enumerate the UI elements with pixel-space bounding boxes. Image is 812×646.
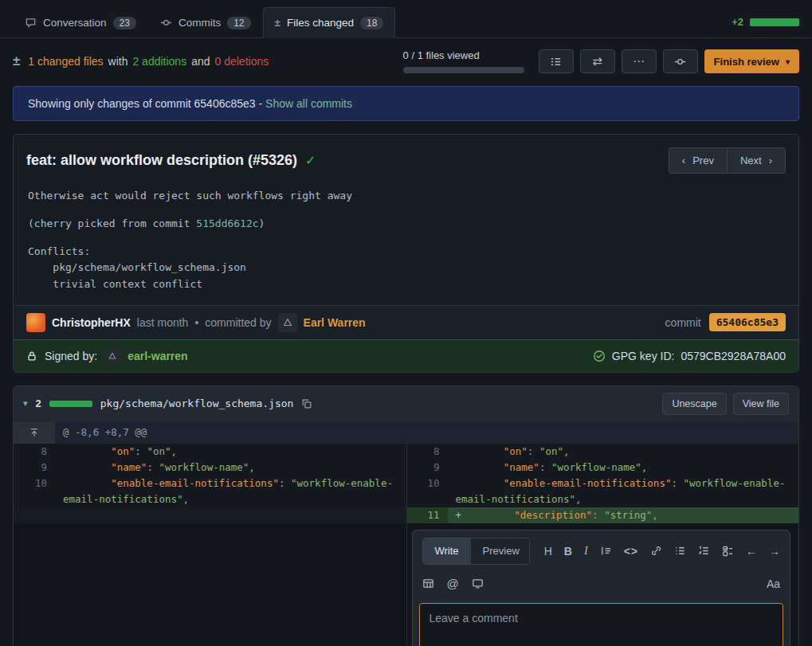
signed-by-label: Signed by:: [45, 350, 97, 362]
commit-pager: ‹ Prev Next ›: [669, 147, 786, 174]
unordered-list-icon[interactable]: [674, 545, 686, 557]
copy-filename-icon[interactable]: [301, 398, 312, 409]
gpg-key-label: GPG key ID:: [612, 350, 675, 362]
banner-text: Showing only changes of commit 65406c85e…: [28, 97, 262, 110]
editor-toolbar-row2: @ Aa: [413, 570, 790, 597]
with-text: with: [108, 55, 128, 68]
commit-select-button[interactable]: [663, 49, 698, 73]
diffstat-bar: [750, 18, 799, 26]
status-check-icon: ✓: [305, 153, 316, 168]
tab-write[interactable]: Write: [423, 538, 471, 564]
file-actions: Unescape View file: [662, 393, 789, 415]
link-icon[interactable]: [650, 545, 662, 557]
next-commit-button[interactable]: Next ›: [727, 147, 786, 174]
hunk-header: @ -8,6 +8,7 @@: [55, 421, 798, 444]
expand-hunk-button[interactable]: [14, 421, 55, 444]
tab-commits[interactable]: Commits 12: [148, 7, 263, 38]
finish-review-label: Finish review: [714, 56, 779, 68]
cherry-pick-text: (cherry picked from commit: [28, 217, 196, 229]
author-avatar[interactable]: [26, 313, 45, 332]
markdown-toolbar: H B I <>: [544, 543, 780, 559]
right-code-line[interactable]: "enable-email-notifications": "workflow-…: [448, 476, 799, 507]
inline-comment-cell: Write Preview H B I <>: [406, 523, 799, 646]
changed-files-link[interactable]: 1 changed files: [28, 55, 103, 68]
commits-count-badge: 12: [227, 17, 250, 29]
commit-label: commit: [665, 316, 701, 329]
tab-conversation[interactable]: Conversation 23: [13, 7, 148, 38]
committer-name-link[interactable]: Earl Warren: [304, 316, 366, 329]
heading-icon[interactable]: H: [544, 543, 552, 559]
comment-icon: [25, 17, 37, 29]
signer-avatar[interactable]: [104, 348, 120, 364]
commit-conflicts-text: Conflicts: pkg/schema/workflow_schema.js…: [28, 244, 784, 292]
ellipsis-icon: ⋯: [633, 54, 645, 69]
editor-body: [413, 597, 790, 646]
signer-name-link[interactable]: earl-warren: [127, 350, 187, 362]
diff-view-style-button[interactable]: ⇄: [580, 49, 615, 73]
file-tree-toggle-button[interactable]: [539, 49, 574, 73]
commit-icon: [160, 17, 172, 29]
finish-review-button[interactable]: Finish review ▾: [704, 49, 799, 73]
chevron-left-icon: ‹: [682, 155, 685, 166]
left-code-line[interactable]: "name": "workflow-name",: [55, 460, 406, 476]
tab-conversation-label: Conversation: [43, 17, 107, 29]
cherry-pick-hash-link[interactable]: 515dd6612c: [196, 217, 258, 229]
comment-editor: Write Preview H B I <>: [412, 530, 791, 646]
commit-message-line2: (cherry picked from commit 515dd6612c): [28, 216, 784, 232]
left-code-line[interactable]: "enable-email-notifications": "workflow-…: [55, 476, 406, 507]
table-icon[interactable]: [422, 577, 434, 589]
deletions-text: 0 deletions: [215, 55, 269, 68]
commit-author-row: ChristopherHX last month • committed by …: [14, 305, 798, 339]
left-line-number[interactable]: 10: [14, 476, 55, 507]
right-line-number[interactable]: 8: [406, 444, 448, 460]
task-list-icon[interactable]: [722, 545, 734, 557]
font-toggle-icon[interactable]: Aa: [767, 576, 780, 592]
prev-label: Prev: [692, 155, 714, 166]
tab-commits-label: Commits: [178, 17, 221, 29]
comment-textarea[interactable]: [419, 603, 784, 646]
redo-icon[interactable]: →: [769, 543, 780, 559]
unescape-button[interactable]: Unescape: [662, 393, 726, 415]
blockquote-icon[interactable]: [600, 545, 612, 557]
left-line-number[interactable]: 8: [14, 444, 55, 460]
ordered-list-icon[interactable]: [698, 545, 710, 557]
tab-preview[interactable]: Preview: [471, 538, 530, 564]
right-code-line[interactable]: "name": "workflow-name",: [448, 460, 799, 476]
tab-files-changed[interactable]: ± Files changed 18: [263, 7, 396, 38]
code-icon[interactable]: <>: [624, 543, 638, 559]
commit-header: feat: allow workflow description (#5326)…: [14, 135, 798, 186]
cherry-pick-text-end: ): [259, 217, 265, 229]
diff-summary-row: ± 1 changed files with 2 additions and 0…: [0, 38, 812, 84]
right-line-number[interactable]: 10: [406, 476, 448, 507]
right-line-number[interactable]: 9: [406, 460, 448, 476]
undo-icon[interactable]: ←: [746, 543, 757, 559]
view-file-button[interactable]: View file: [733, 393, 789, 415]
files-changed-count-badge: 18: [360, 17, 383, 29]
diff-options-button[interactable]: ⋯: [622, 49, 657, 73]
committer-avatar[interactable]: [278, 313, 297, 332]
right-code-line[interactable]: "on": "on",: [448, 444, 799, 460]
left-line-number[interactable]: 9: [14, 460, 55, 476]
left-empty-line: [55, 507, 406, 523]
caret-down-icon: ▾: [786, 57, 790, 66]
bold-icon[interactable]: B: [564, 543, 572, 559]
verified-check-icon: [593, 350, 606, 362]
italic-icon[interactable]: I: [584, 543, 588, 559]
show-all-commits-link[interactable]: Show all commits: [265, 97, 352, 110]
separator-dot: •: [194, 316, 198, 329]
right-code-line-added[interactable]: + "description": "string",: [448, 507, 799, 523]
prev-commit-button[interactable]: ‹ Prev: [669, 147, 727, 174]
tab-files-changed-label: Files changed: [287, 17, 354, 29]
conversation-count-badge: 23: [113, 17, 136, 29]
mention-icon[interactable]: @: [447, 576, 459, 592]
commit-message: Otherwise act would reject such workflow…: [14, 186, 798, 305]
files-viewed-progress-bar: [403, 67, 524, 73]
commit-icon: [674, 56, 686, 68]
author-name[interactable]: ChristopherHX: [52, 316, 131, 329]
swap-view-icon: ⇄: [592, 54, 602, 69]
left-code-line[interactable]: "on": "on",: [55, 444, 406, 460]
commit-sha-badge[interactable]: 65406c85e3: [709, 313, 786, 331]
collapse-file-icon[interactable]: ▾: [23, 398, 28, 409]
right-line-number-added[interactable]: 11: [406, 507, 448, 523]
reference-icon[interactable]: [472, 577, 484, 589]
